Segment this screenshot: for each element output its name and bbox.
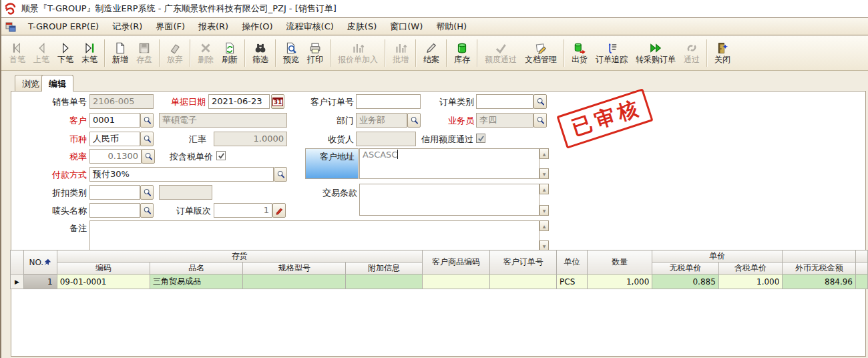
cell-qty[interactable]: 1,000 <box>587 275 652 289</box>
toolbar-separator <box>385 39 386 67</box>
no-column-header[interactable]: NO. <box>23 250 57 275</box>
col-header-unit[interactable]: 单位 <box>557 250 588 275</box>
menu-item-erp[interactable]: T-GROUP ERP(E) <box>21 19 105 34</box>
col-header-spec[interactable]: 规格型号 <box>243 262 346 275</box>
scroll-up-button[interactable]: ▲ <box>539 220 549 231</box>
menu-item-flow-audit[interactable]: 流程审核(C) <box>280 18 341 35</box>
order-version-edit-button[interactable] <box>272 203 286 218</box>
menu-item-interface[interactable]: 界面(F) <box>149 18 192 35</box>
customer-po-field[interactable] <box>356 94 421 109</box>
toolbar-button-doc-manage[interactable]: 文档管理 <box>521 37 561 69</box>
mark-name-field[interactable] <box>89 203 140 218</box>
toolbar-button-last[interactable]: 末笔 <box>77 37 101 69</box>
salesman-search-button[interactable] <box>533 113 547 128</box>
toolbar-button-label: 批增 <box>393 55 409 65</box>
credit-passed-checkbox[interactable] <box>476 134 485 143</box>
discount-type-field[interactable] <box>89 185 140 200</box>
toolbar-button-refresh[interactable]: 刷新 <box>218 37 242 69</box>
toolbar-button-exit[interactable]: 关闭 <box>710 37 734 69</box>
col-header-extra[interactable]: 附加信息 <box>346 262 422 275</box>
toolbar-button-print[interactable]: 打印 <box>303 37 327 69</box>
scroll-down-button[interactable]: ▼ <box>539 168 549 179</box>
toolbar-button-stock[interactable]: 库存 <box>450 37 474 69</box>
order-type-search-button[interactable] <box>533 94 547 109</box>
doc-date-field[interactable]: 2021-06-23 <box>208 94 270 109</box>
cell-unit[interactable]: PCS <box>557 275 588 289</box>
row-selector-cell[interactable]: ▶ <box>11 275 24 289</box>
col-header-amount-ex[interactable]: 外币无税金额 <box>783 262 856 275</box>
extra-group-header <box>856 250 868 262</box>
customer-search-button[interactable] <box>140 113 154 128</box>
customer-address-input[interactable]: ASCASC <box>359 148 539 179</box>
scroll-up-button[interactable]: ▲ <box>539 184 549 194</box>
currency-search-button[interactable] <box>140 132 154 146</box>
menu-items: T-GROUP ERP(E)记录(R)界面(F)报表(R)操作(O)流程审核(C… <box>21 18 473 35</box>
customer-code-field[interactable]: 0001 <box>89 113 140 128</box>
order-version-field[interactable]: 1 <box>214 203 272 218</box>
toolbar-separator <box>104 39 105 67</box>
department-search-button[interactable] <box>407 113 421 128</box>
toolbar-button-to-purchase[interactable]: 转采购订单 <box>632 37 680 69</box>
toolbar-button-label: 文档管理 <box>525 55 557 65</box>
toolbar-button-label: 首笔 <box>9 55 25 65</box>
trade-terms-label: 交易条款 <box>298 188 357 198</box>
toolbar-button-preview[interactable]: 预览 <box>279 37 303 69</box>
toolbar-button-first: 首笔 <box>5 37 29 69</box>
menu-item-help[interactable]: 帮助(H) <box>429 18 473 35</box>
cell-price-ex[interactable]: 0.885 <box>652 275 719 289</box>
scroll-up-button[interactable]: ▲ <box>539 148 549 159</box>
payment-field[interactable]: 预付30% <box>89 167 274 182</box>
cell-cust-po[interactable] <box>490 275 557 289</box>
nav-next-icon <box>59 41 72 55</box>
cell-code[interactable]: 09-01-0001 <box>57 275 150 289</box>
menu-item-skin[interactable]: 皮肤(S) <box>341 18 383 35</box>
cell-extra[interactable] <box>346 275 422 289</box>
cell-name[interactable]: 三角贸易成品 <box>150 275 243 289</box>
menu-item-report[interactable]: 报表(R) <box>192 18 235 35</box>
toolbar-button-ship[interactable]: 出货 <box>568 37 592 69</box>
calendar-button[interactable]: 31 <box>271 94 284 109</box>
toolbar-button-next[interactable]: 下笔 <box>53 37 77 69</box>
cell-spec[interactable] <box>243 275 346 289</box>
currency-field[interactable]: 人民币 <box>89 132 140 146</box>
tax-rate-field[interactable]: 0.1300 <box>89 149 142 164</box>
toolbar-button-new[interactable]: 新增 <box>108 37 132 69</box>
cell-cust-code[interactable] <box>422 275 490 289</box>
menu-item-operate[interactable]: 操作(O) <box>235 18 279 35</box>
toolbar-button-order-track[interactable]: 订单追踪 <box>592 37 632 69</box>
col-header-price-inc[interactable]: 含税单价 <box>718 262 783 275</box>
menu-item-window[interactable]: 窗口(W) <box>383 18 429 35</box>
cell-amount-ex[interactable]: 884.96 <box>783 275 856 289</box>
magnifier-icon <box>276 170 286 180</box>
cell-price-inc[interactable]: 1.000 <box>718 275 783 289</box>
hands-gray-icon <box>685 41 698 55</box>
col-header-name[interactable]: 品名 <box>150 262 243 275</box>
payment-label: 付款方式 <box>28 170 87 180</box>
tax-included-checkbox[interactable] <box>216 151 226 160</box>
col-header-price-ex[interactable]: 无税单价 <box>652 262 719 275</box>
double-play-green-icon <box>649 41 662 55</box>
checkmark-icon <box>477 135 485 142</box>
toolbar-button-close-case[interactable]: 结案 <box>419 37 443 69</box>
trade-terms-input[interactable] <box>359 184 539 216</box>
menu-item-record[interactable]: 记录(R) <box>105 18 149 35</box>
customer-label: 客户 <box>28 116 87 126</box>
mark-name-search-button[interactable] <box>140 203 154 218</box>
department-field: 业务部 <box>356 113 407 128</box>
col-header-cust-po[interactable]: 客户订单号 <box>490 250 557 275</box>
tax-rate-search-button[interactable] <box>142 149 155 164</box>
customer-address-scroll: ▲ ▼ <box>539 148 549 179</box>
order-type-field[interactable] <box>476 94 533 109</box>
col-header-cust-code[interactable]: 客户商品编码 <box>422 250 490 275</box>
col-header-code[interactable]: 编码 <box>57 262 150 275</box>
tab-edit[interactable]: 编辑 <box>41 75 73 92</box>
remark-label: 备注 <box>28 223 87 234</box>
scroll-down-button[interactable]: ▼ <box>539 205 549 216</box>
sales-no-label: 销售单号 <box>28 97 87 108</box>
row-no-cell: 1 <box>23 275 57 289</box>
col-header-qty[interactable]: 数量 <box>587 250 652 275</box>
discount-type-search-button[interactable] <box>140 185 154 200</box>
toolbar-button-filter[interactable]: 筛选 <box>248 37 272 69</box>
remark-input[interactable] <box>89 220 539 251</box>
payment-search-button[interactable] <box>274 167 287 182</box>
